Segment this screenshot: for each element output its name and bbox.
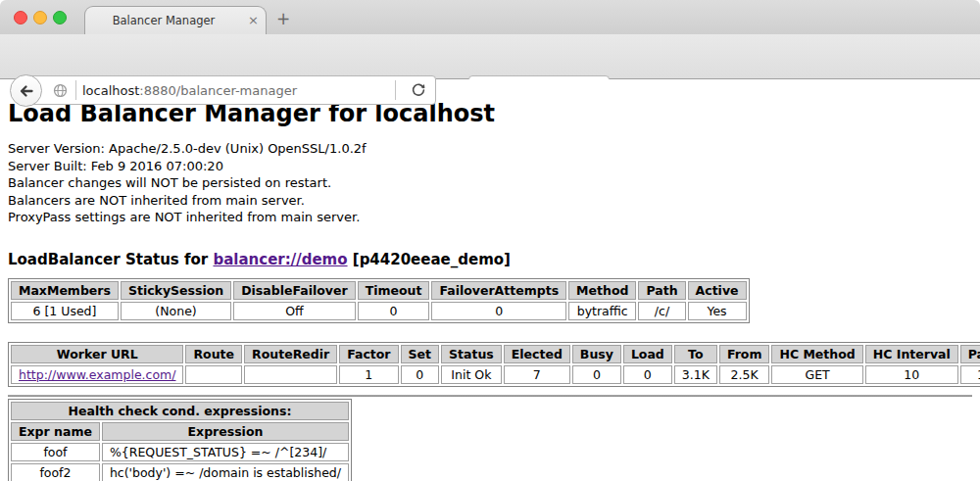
page-content: Load Balancer Manager for localhost Serv… (0, 79, 980, 481)
table-header-row: Expr name Expression (11, 422, 349, 441)
column-header: Set (401, 345, 439, 363)
column-header: Status (441, 345, 502, 363)
column-header: DisableFailover (233, 281, 355, 300)
persist-note-line: Balancer changes will NOT be persisted o… (8, 174, 972, 192)
column-header: Method (568, 281, 636, 300)
column-header: Active (688, 281, 747, 300)
new-tab-button[interactable]: + (276, 9, 290, 28)
column-header: To (674, 345, 717, 363)
status-heading-prefix: LoadBalancer Status for (8, 251, 208, 268)
column-header: From (719, 345, 770, 363)
tab-title: Balancer Manager (85, 14, 242, 27)
maxmembers-cell: 6 [1 Used] (11, 302, 119, 320)
table-row: foof2 hc('body') =~ /domain is establish… (11, 463, 349, 481)
to-cell: 3.1K (674, 365, 717, 384)
worker-row: http://www.example.com/ 1 0 Init Ok 7 0 … (11, 365, 980, 384)
tab-close-icon[interactable]: × (248, 13, 259, 27)
column-header: Factor (339, 345, 398, 363)
navigation-toolbar: localhost:8880/balancer-manager ☆ (0, 34, 980, 79)
server-built-line: Server Built: Feb 9 2016 07:00:20 (8, 158, 972, 175)
table-row: 6 [1 Used] (None) Off 0 0 bytraffic /c/ … (11, 302, 747, 320)
worker-url-link[interactable]: http://www.example.com/ (19, 367, 175, 382)
column-header: StickySession (121, 281, 231, 300)
column-header: Busy (572, 345, 621, 363)
column-header: FailoverAttempts (431, 281, 566, 300)
url-path: :8880/balancer-manager (139, 83, 297, 98)
column-header: Expr name (11, 422, 100, 441)
factor-cell: 1 (339, 365, 398, 384)
column-header: RouteRedir (244, 345, 337, 363)
worker-status-table: Worker URL Route RouteRedir Factor Set S… (8, 342, 980, 387)
expression-cell: %{REQUEST_STATUS} =~ /^[234]/ (102, 443, 349, 461)
routeredir-cell (244, 365, 337, 384)
hc-method-cell: GET (771, 365, 862, 384)
window-close-button[interactable] (14, 11, 27, 24)
balancer-status-heading: LoadBalancer Status for balancer://demo … (8, 251, 972, 268)
column-header: Expression (102, 422, 349, 441)
back-arrow-icon (17, 81, 36, 101)
route-cell (185, 365, 242, 384)
health-check-table: Health check cond. expressions: Expr nam… (8, 399, 352, 481)
column-header: Load (623, 345, 672, 363)
tab-balancer-manager[interactable]: Balancer Manager × (84, 6, 267, 36)
failoverattempts-cell: 0 (431, 302, 566, 320)
reload-button[interactable] (409, 80, 428, 100)
set-cell: 0 (401, 365, 439, 384)
window-minimize-button[interactable] (33, 11, 47, 24)
tab-bar: Balancer Manager × + (0, 0, 980, 35)
from-cell: 2.5K (719, 365, 770, 384)
table-header-row: Worker URL Route RouteRedir Factor Set S… (11, 345, 980, 363)
health-table-caption: Health check cond. expressions: (11, 402, 349, 420)
column-header: Passes (960, 345, 980, 363)
busy-cell: 0 (572, 365, 621, 384)
disablefailover-cell: Off (233, 302, 355, 320)
proxypass-note-line: ProxyPass settings are NOT inherited fro… (8, 209, 972, 226)
divider (8, 395, 972, 397)
table-row: foof %{REQUEST_STATUS} =~ /^[234]/ (11, 443, 349, 461)
status-heading-suffix: [p4420eeae_demo] (353, 251, 511, 268)
url-host: localhost (82, 83, 139, 98)
window-zoom-button[interactable] (53, 11, 67, 24)
worker-url-cell: http://www.example.com/ (11, 365, 183, 384)
path-cell: /c/ (638, 302, 685, 320)
url-bar[interactable]: localhost:8880/balancer-manager (25, 75, 436, 105)
timeout-cell: 0 (358, 302, 430, 320)
column-header: HC Interval (865, 345, 958, 363)
balancer-summary-table: MaxMembers StickySession DisableFailover… (8, 278, 750, 323)
status-cell: Init Ok (441, 365, 502, 384)
column-header: Route (185, 345, 242, 363)
column-header: MaxMembers (11, 281, 119, 300)
browser-window: Balancer Manager × + localhost:8880/bala… (0, 0, 980, 481)
expr-name-cell: foof2 (11, 463, 100, 481)
balancer-demo-link[interactable]: balancer://demo (213, 251, 347, 268)
back-button[interactable] (10, 74, 42, 107)
column-header: Timeout (358, 281, 430, 300)
url-text[interactable]: localhost:8880/balancer-manager (82, 83, 389, 98)
server-info: Server Version: Apache/2.5.0-dev (Unix) … (8, 140, 972, 226)
table-caption-row: Health check cond. expressions: (11, 402, 349, 420)
column-header: Worker URL (11, 345, 183, 363)
urlbar-divider (395, 80, 396, 100)
globe-icon (50, 80, 70, 100)
method-cell: bytraffic (568, 302, 636, 320)
inherit-note-line: Balancers are NOT inherited from main se… (8, 192, 972, 210)
column-header: Path (638, 281, 685, 300)
active-cell: Yes (688, 302, 747, 320)
table-header-row: MaxMembers StickySession DisableFailover… (11, 281, 747, 300)
server-version-line: Server Version: Apache/2.5.0-dev (Unix) … (8, 140, 972, 158)
column-header: Elected (504, 345, 570, 363)
passes-cell: 1 (0) (960, 365, 980, 384)
expression-cell: hc('body') =~ /domain is established/ (102, 463, 349, 481)
expr-name-cell: foof (11, 443, 100, 461)
elected-cell: 7 (504, 365, 570, 384)
urlbar-divider (75, 80, 76, 100)
stickysession-cell: (None) (121, 302, 231, 320)
load-cell: 0 (623, 365, 672, 384)
hc-interval-cell: 10 (865, 365, 958, 384)
column-header: HC Method (771, 345, 862, 363)
